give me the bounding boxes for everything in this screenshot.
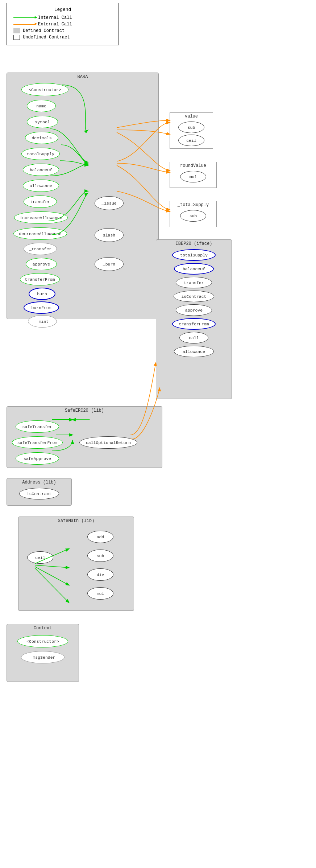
value-panel: value sub ceil [170, 112, 213, 149]
safeERC20-panel: SafeERC20 (lib) safeTransfer safeTransfe… [7, 406, 162, 468]
node-safeTransfer[interactable]: safeTransfer [16, 420, 59, 433]
node-_issue[interactable]: _issue [95, 196, 124, 210]
node-ctx-msgSender[interactable]: _msgSender [21, 651, 65, 663]
bara-panel-title: BARA [7, 73, 158, 80]
node-ceil[interactable]: ceil [27, 551, 53, 564]
safeERC20-panel-title: SafeERC20 (lib) [7, 407, 162, 414]
node-_mint[interactable]: _mint [28, 315, 57, 328]
node-sm-add[interactable]: add [87, 531, 113, 543]
ibep20-panel: IBEP20 (iface) totalSupply balanceOf tra… [156, 239, 232, 399]
node-ibep-allowance[interactable]: allowance [174, 346, 214, 357]
node-addr-isContract[interactable]: isContract [19, 488, 59, 499]
totalSupply-panel: _totalSupply sub [170, 201, 217, 227]
ibep20-panel-title: IBEP20 (iface) [156, 240, 232, 247]
node-_burn[interactable]: _burn [95, 257, 124, 271]
node-allowance[interactable]: allowance [23, 180, 59, 192]
node-ibep-totalSupply[interactable]: totalSupply [172, 249, 216, 261]
legend-internal-call-label: Internal Call [38, 15, 72, 20]
node-totalSupply-sub[interactable]: sub [180, 210, 206, 222]
internal-call-icon [13, 17, 35, 18]
node-ibep-transferFrom[interactable]: transferFrom [172, 318, 216, 330]
legend-defined-contract-label: Defined Contract [23, 28, 65, 33]
legend-external-call: External Call [13, 22, 112, 27]
node-ibep-transfer[interactable]: transfer [176, 277, 212, 288]
node-totalSupply[interactable]: totalSupply [21, 148, 60, 160]
totalSupply-panel-title: _totalSupply [170, 201, 216, 209]
node-symbol[interactable]: symbol [27, 116, 58, 128]
address-panel: Address (lib) isContract [7, 478, 72, 506]
value-panel-title: value [170, 113, 213, 120]
node-name[interactable]: name [27, 100, 56, 112]
node-ibep-call[interactable]: call [179, 332, 208, 344]
node-ibep-approve[interactable]: approve [176, 304, 212, 316]
node-value-ceil[interactable]: ceil [178, 135, 204, 146]
bara-panel: BARA <Constructor> name symbol decimals … [7, 73, 159, 319]
node-slash[interactable]: slash [95, 228, 124, 242]
safeMath-panel: SafeMath (lib) ceil add sub div mul [18, 517, 134, 611]
node-callOptionalReturn[interactable]: callOptionalReturn [79, 436, 137, 449]
context-panel-title: Context [7, 624, 79, 632]
node-balanceOf[interactable]: balanceOf [23, 164, 59, 176]
node-ctx-constructor[interactable]: <Constructor> [17, 635, 68, 647]
roundValue-panel: roundValue mul [170, 162, 217, 188]
defined-contract-icon [13, 28, 20, 33]
node-transfer[interactable]: transfer [24, 196, 57, 208]
legend-external-call-label: External Call [38, 22, 72, 27]
node-_transfer[interactable]: _transfer [24, 243, 57, 255]
node-safeTransferFrom[interactable]: safeTransferFrom [12, 436, 63, 449]
context-panel: Context <Constructor> _msgSender [7, 624, 79, 682]
legend-title: Legend [13, 7, 112, 12]
node-sm-mul[interactable]: mul [87, 587, 113, 600]
node-value-sub[interactable]: sub [178, 122, 204, 133]
legend-defined-contract: Defined Contract [13, 28, 112, 33]
legend-undefined-contract: Undefined Contract [13, 35, 112, 40]
legend-panel: Legend Internal Call External Call Defin… [7, 3, 119, 45]
node-ibep-isContract[interactable]: isContract [174, 291, 214, 302]
node-safeApprove[interactable]: safeApprove [16, 452, 59, 465]
node-sm-sub[interactable]: sub [87, 550, 113, 562]
node-approve[interactable]: approve [26, 258, 57, 270]
node-decimals[interactable]: decimals [25, 132, 58, 144]
undefined-contract-icon [13, 35, 20, 40]
node-sm-div[interactable]: div [87, 568, 113, 581]
node-increaseAllowance[interactable]: increaseAllowance [14, 211, 68, 224]
node-burnFrom[interactable]: burnFrom [24, 301, 59, 314]
safeMath-panel-title: SafeMath (lib) [18, 517, 134, 524]
roundValue-panel-title: roundValue [170, 162, 216, 169]
node-burn[interactable]: burn [29, 288, 55, 300]
node-decreaseAllowance[interactable]: decreaseAllowance [13, 227, 67, 240]
legend-internal-call: Internal Call [13, 15, 112, 20]
node-ibep-balanceOf[interactable]: balanceOf [174, 263, 214, 275]
node-transferFrom[interactable]: transferFrom [20, 273, 60, 285]
legend-undefined-contract-label: Undefined Contract [23, 35, 70, 40]
node-roundValue-mul[interactable]: mul [180, 171, 206, 182]
external-call-icon [13, 24, 35, 25]
node-constructor[interactable]: <Constructor> [21, 83, 68, 96]
address-panel-title: Address (lib) [7, 478, 71, 486]
